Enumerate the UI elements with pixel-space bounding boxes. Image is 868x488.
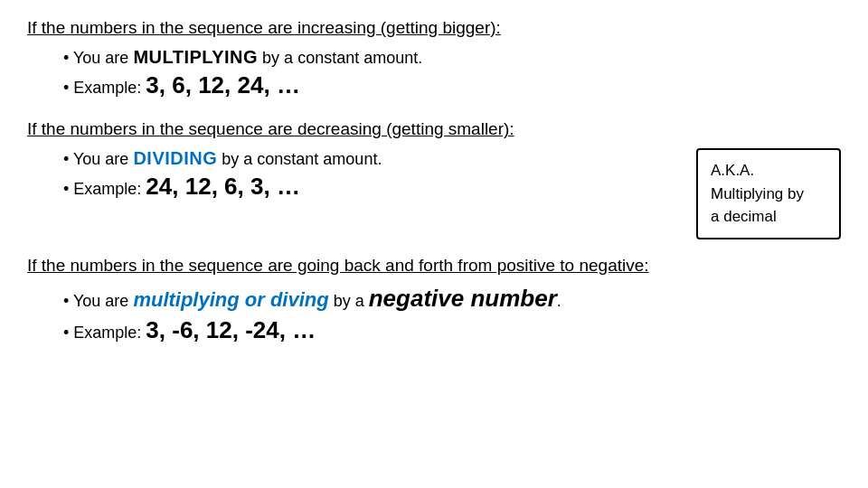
bullet2-suffix: by a constant amount. bbox=[217, 150, 382, 168]
example-prefix-1: • Example: bbox=[63, 79, 146, 97]
example-sequence-alternating: 3, -6, 12, -24, … bbox=[146, 316, 316, 343]
bullet2-prefix: • You are bbox=[63, 150, 133, 168]
example-prefix-2: • Example: bbox=[63, 180, 146, 198]
heading-alternating: If the numbers in the sequence are going… bbox=[27, 256, 841, 276]
bullet1-prefix: • You are bbox=[63, 49, 133, 67]
bullet-example-alternating: • Example: 3, -6, 12, -24, … bbox=[63, 316, 841, 344]
bullet3-suffix: . bbox=[557, 292, 561, 310]
example-sequence-decreasing: 24, 12, 6, 3, … bbox=[146, 173, 300, 200]
alternating-content: • You are multiplying or diving by a neg… bbox=[63, 285, 841, 344]
aka-line2: Multiplying by bbox=[711, 183, 826, 206]
heading-decreasing: If the numbers in the sequence are decre… bbox=[27, 119, 841, 139]
bullet1-suffix: by a constant amount. bbox=[258, 49, 422, 67]
example-prefix-3: • Example: bbox=[63, 324, 146, 342]
aka-line1: A.K.A. bbox=[711, 159, 826, 183]
bullet-dividing: • You are DIVIDING by a constant amount. bbox=[63, 148, 678, 169]
keyword-multiplying: MULTIPLYING bbox=[133, 47, 258, 67]
aka-line3: a decimal bbox=[711, 205, 826, 229]
decreasing-content: • You are DIVIDING by a constant amount.… bbox=[63, 148, 678, 204]
bullet3-middle: by a bbox=[329, 292, 369, 310]
bullet-multiplying-negative: • You are multiplying or diving by a neg… bbox=[63, 285, 841, 313]
keyword-negative-number: negative number bbox=[369, 285, 557, 312]
section-increasing: If the numbers in the sequence are incre… bbox=[27, 18, 841, 99]
bullet3-prefix: • You are bbox=[63, 292, 133, 310]
section-decreasing: If the numbers in the sequence are decre… bbox=[27, 119, 841, 239]
aka-box: A.K.A. Multiplying by a decimal bbox=[696, 148, 841, 239]
decreasing-wrapper: • You are DIVIDING by a constant amount.… bbox=[27, 148, 841, 239]
example-sequence-increasing: 3, 6, 12, 24, … bbox=[146, 71, 300, 99]
bullet-multiplying: • You are MULTIPLYING by a constant amou… bbox=[63, 47, 841, 68]
bullet-example-increasing: • Example: 3, 6, 12, 24, … bbox=[63, 71, 841, 99]
keyword-dividing: DIVIDING bbox=[133, 148, 217, 168]
keyword-multiplying-or-diving: multiplying or diving bbox=[133, 288, 328, 311]
section-alternating: If the numbers in the sequence are going… bbox=[27, 256, 841, 344]
heading-increasing: If the numbers in the sequence are incre… bbox=[27, 18, 841, 38]
bullet-example-decreasing: • Example: 24, 12, 6, 3, … bbox=[63, 173, 678, 201]
